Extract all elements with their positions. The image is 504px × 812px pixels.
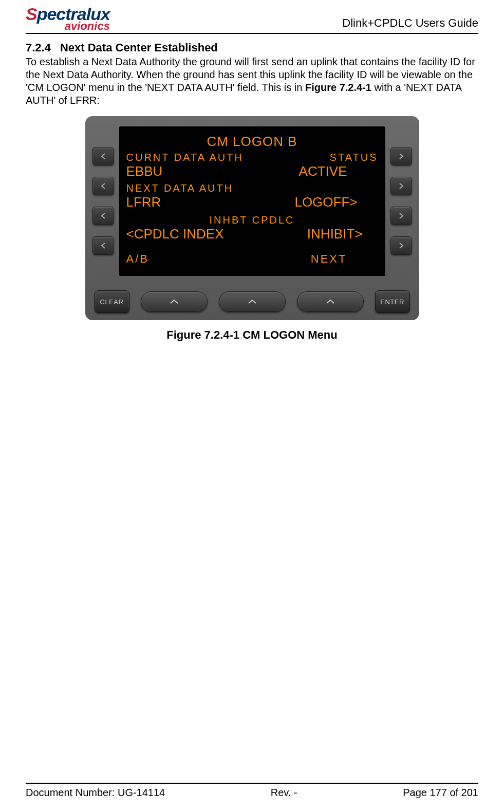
row1-right-label: STATUS [330, 152, 378, 163]
row2-label: NEXT DATA AUTH [124, 182, 380, 194]
lsk-l3[interactable] [92, 207, 114, 225]
row1-left-value: EBBU [126, 163, 163, 179]
rocker-2[interactable] [219, 291, 286, 312]
lsk-l2[interactable] [92, 177, 114, 195]
footer-page: Page 177 of 201 [403, 787, 478, 799]
lsk-r2[interactable] [390, 177, 412, 195]
footer-left: A/B [126, 252, 149, 266]
para-ref: Figure 7.2.4-1 [305, 82, 371, 93]
page-header: Spectralux avionics Dlink+CPDLC Users Gu… [26, 6, 478, 34]
screen-title: CM LOGON B [124, 134, 380, 150]
footer-rev: Rev. - [271, 787, 297, 799]
section-title: Next Data Center Established [60, 41, 218, 54]
lsk-l4[interactable] [92, 236, 114, 255]
right-line-keys [390, 126, 412, 255]
lsk-l1[interactable] [92, 147, 114, 165]
rocker-3[interactable] [297, 291, 364, 312]
lsk-r1[interactable] [390, 147, 412, 165]
row1-right-value: ACTIVE [299, 163, 347, 179]
logo-sub: avionics [26, 21, 110, 31]
section-heading: 7.2.4Next Data Center Established [26, 41, 478, 54]
figure-caption: Figure 7.2.4-1 CM LOGON Menu [26, 328, 478, 342]
section-number: 7.2.4 [26, 41, 51, 54]
cdu-device: CM LOGON B CURNT DATA AUTH STATUS EBBU A… [85, 116, 419, 320]
lsk-r3[interactable] [390, 207, 412, 225]
cdu-screen: CM LOGON B CURNT DATA AUTH STATUS EBBU A… [119, 126, 385, 276]
row3-left-action: <CPDLC INDEX [126, 226, 224, 242]
enter-button[interactable]: ENTER [375, 290, 410, 313]
left-line-keys [92, 126, 114, 255]
row2-left-value: LFRR [126, 194, 161, 210]
row2-right-action: LOGOFF> [294, 194, 357, 210]
logo: Spectralux avionics [26, 6, 110, 31]
doc-title: Dlink+CPDLC Users Guide [342, 16, 478, 31]
row3-right-action: INHIBIT> [307, 226, 363, 242]
rocker-1[interactable] [141, 291, 208, 312]
clear-button[interactable]: CLEAR [95, 290, 129, 313]
lsk-r4[interactable] [390, 236, 412, 255]
footer-docnum: Document Number: UG-14114 [26, 787, 165, 799]
row1-left-label: CURNT DATA AUTH [126, 152, 244, 163]
body-paragraph: To establish a Next Data Authority the g… [26, 56, 478, 107]
row3-small-label: INHBT CPDLC [124, 214, 380, 226]
footer-right: NEXT [311, 252, 347, 266]
page-footer: Document Number: UG-14114 Rev. - Page 17… [26, 783, 478, 799]
